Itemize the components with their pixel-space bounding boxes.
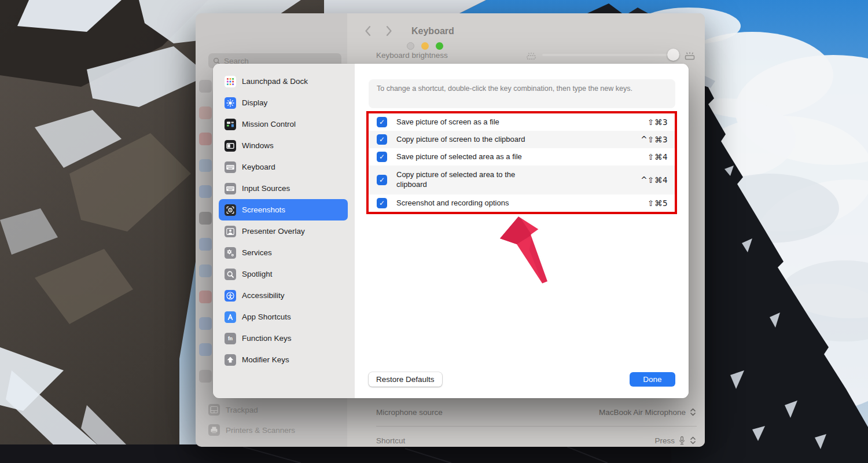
done-button[interactable]: Done — [630, 372, 675, 387]
keyboard-icon — [225, 161, 236, 173]
shortcut-list-row[interactable]: Save picture of selected area as a file … — [369, 148, 675, 166]
shortcut-keys[interactable]: ^⇧⌘3 — [641, 135, 668, 144]
sidebar-item-display[interactable]: Display — [219, 92, 348, 113]
sidebar-item-label: Spotlight — [242, 270, 273, 278]
peek-icon — [199, 80, 212, 93]
chevron-updown-icon — [689, 407, 697, 417]
highlight-annotation-box: Save picture of screen as a file ⇧⌘3 Cop… — [366, 111, 677, 214]
shortcut-list-row[interactable]: Screenshot and recording options ⇧⌘5 — [369, 194, 675, 212]
sidebar-item-label: Input Sources — [242, 184, 290, 193]
shortcut-checkbox[interactable] — [377, 117, 387, 127]
shortcut-keys[interactable]: ⇧⌘5 — [648, 199, 668, 208]
sheet-footer: Restore Defaults Done — [369, 372, 675, 387]
shortcut-checkbox[interactable] — [377, 152, 387, 162]
sidebar-item-services[interactable]: Services — [219, 242, 348, 263]
background-sidebar-icons — [199, 0, 214, 405]
services-icon — [225, 247, 236, 259]
sidebar-item-printers-scanners[interactable]: Printers & Scanners — [208, 424, 295, 436]
microphone-source-row: Microphone source MacBook Air Microphone — [376, 405, 697, 419]
peek-icon — [199, 106, 212, 119]
shortcut-checkbox[interactable] — [377, 134, 387, 145]
peek-icon — [199, 291, 212, 303]
shortcut-checkbox[interactable] — [377, 198, 387, 208]
shortcut-label: Save picture of screen as a file — [396, 117, 499, 127]
peek-icon — [199, 317, 212, 330]
restore-defaults-button[interactable]: Restore Defaults — [369, 372, 442, 387]
launchpad-icon — [225, 76, 236, 87]
peek-icon — [199, 159, 212, 172]
sidebar-item-label: Services — [242, 248, 272, 257]
sidebar-item-trackpad[interactable]: Trackpad — [208, 404, 258, 416]
shortcut-keys[interactable]: ⇧⌘3 — [648, 117, 668, 127]
microphone-icon — [678, 436, 686, 446]
spotlight-icon — [225, 269, 236, 280]
brightness-slider-knob[interactable] — [667, 49, 679, 61]
sidebar-item-screenshots[interactable]: Screenshots — [219, 199, 348, 221]
svg-text:fn: fn — [228, 336, 233, 341]
sidebar-item-accessibility[interactable]: Accessibility — [219, 285, 348, 306]
sidebar-item-label: Function Keys — [242, 334, 292, 343]
forward-button[interactable] — [386, 25, 392, 36]
row-divider — [376, 426, 697, 427]
sidebar-item-label: Windows — [242, 141, 274, 150]
shortcut-list-row[interactable]: Copy picture of selected area to the cli… — [369, 166, 675, 194]
peek-icon — [199, 133, 212, 145]
app-shortcuts-icon — [225, 311, 236, 323]
sidebar-item-label: App Shortcuts — [242, 313, 291, 321]
shortcut-keys[interactable]: ⇧⌘4 — [648, 152, 668, 161]
input-sources-icon — [225, 183, 236, 194]
shortcut-list-row[interactable]: Copy picture of screen to the clipboard … — [369, 131, 675, 148]
instructions-text: To change a shortcut, double-click the k… — [369, 79, 675, 108]
sheet-sidebar-list: Launchpad & Dock Display Mission Control… — [213, 64, 355, 398]
sidebar-item-function-keys[interactable]: fn Function Keys — [219, 328, 348, 349]
sidebar-item-label: Screenshots — [242, 205, 285, 214]
sidebar-item-keyboard[interactable]: Keyboard — [219, 156, 348, 178]
sidebar-item-windows[interactable]: Windows — [219, 135, 348, 156]
screenshots-icon — [225, 204, 236, 216]
mission-control-icon — [225, 119, 236, 130]
shortcut-select[interactable]: Press — [654, 436, 697, 446]
brightness-low-icon — [525, 50, 538, 60]
page-title: Keyboard — [411, 26, 454, 36]
shortcut-keys[interactable]: ^⇧⌘4 — [641, 175, 668, 185]
shortcut-list-row[interactable]: Save picture of screen as a file ⇧⌘3 — [369, 113, 675, 131]
brightness-slider[interactable] — [542, 54, 678, 56]
sidebar-item-input-sources[interactable]: Input Sources — [219, 178, 348, 199]
sidebar-item-presenter-overlay[interactable]: Presenter Overlay — [219, 221, 348, 242]
annotation-arrow-icon — [489, 212, 558, 290]
sidebar-item-modifier-keys[interactable]: Modifier Keys — [219, 349, 348, 370]
shortcut-label: Copy picture of selected area to the cli… — [396, 170, 540, 190]
sidebar-item-app-shortcuts[interactable]: App Shortcuts — [219, 306, 348, 328]
peek-icon — [199, 238, 212, 251]
microphone-source-select[interactable]: MacBook Air Microphone — [599, 407, 697, 417]
shortcut-label: Copy picture of screen to the clipboard — [396, 135, 525, 145]
peek-icon — [199, 212, 212, 225]
peek-icon — [199, 370, 212, 383]
shortcut-label: Screenshot and recording options — [396, 199, 509, 208]
peek-icon — [199, 343, 212, 356]
sidebar-item-mission-control[interactable]: Mission Control — [219, 113, 348, 135]
printer-icon — [208, 424, 220, 436]
presenter-overlay-icon — [225, 226, 236, 237]
trackpad-icon — [208, 404, 220, 416]
keyboard-shortcuts-sheet: Launchpad & Dock Display Mission Control… — [213, 64, 689, 398]
peek-icon — [199, 264, 212, 277]
shortcut-label: Save picture of selected area as a file — [396, 152, 522, 162]
function-keys-icon: fn — [225, 333, 236, 344]
peek-icon — [199, 185, 212, 198]
keyboard-brightness-label: Keyboard brightness — [376, 51, 448, 60]
accessibility-icon — [225, 290, 236, 302]
brightness-high-icon — [683, 49, 697, 61]
sidebar-item-label: Mission Control — [242, 120, 296, 128]
sidebar-item-launchpad-dock[interactable]: Launchpad & Dock — [219, 71, 348, 92]
sidebar-item-label: Keyboard — [242, 163, 275, 171]
sidebar-item-label: Display — [242, 98, 267, 107]
sidebar-item-label: Launchpad & Dock — [242, 77, 308, 86]
shortcut-row: Shortcut Press — [376, 433, 697, 447]
back-button[interactable] — [365, 25, 371, 36]
sidebar-item-spotlight[interactable]: Spotlight — [219, 263, 348, 285]
chevron-updown-icon — [689, 436, 697, 445]
shortcut-checkbox[interactable] — [377, 175, 387, 185]
modifier-keys-icon — [225, 354, 236, 366]
windows-icon — [225, 140, 236, 152]
